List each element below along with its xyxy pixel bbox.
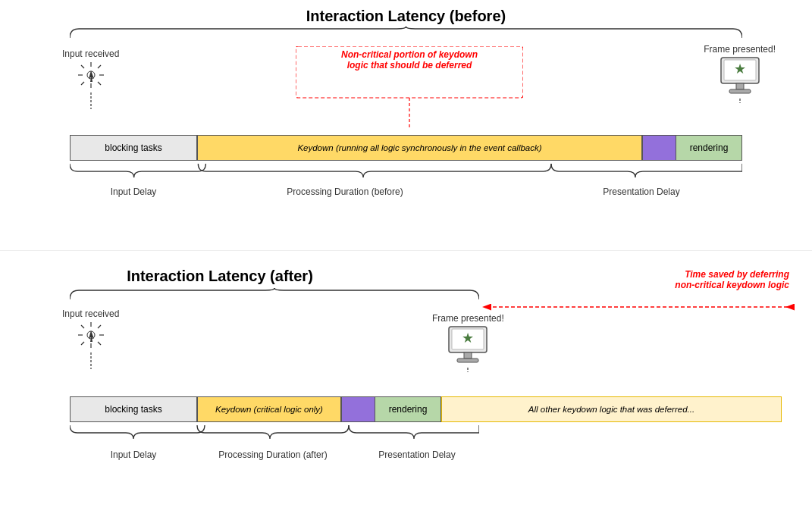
dashed-line-bottom-input xyxy=(90,352,92,369)
input-delay-label-top: Input Delay xyxy=(70,186,197,197)
dashed-line-top-input xyxy=(90,92,92,109)
input-received-bottom: Input received xyxy=(62,308,119,369)
presentation-delay-label-bottom: Presentation Delay xyxy=(349,449,485,460)
red-annotation-line2: logic that should be deferred xyxy=(303,60,516,70)
svg-line-24 xyxy=(81,325,84,328)
presentation-delay-label-top: Presentation Delay xyxy=(546,186,737,197)
red-time-saved: Time saved by deferring non-critical key… xyxy=(675,269,789,290)
timeline-row-bottom: blocking tasks Keydown (critical logic o… xyxy=(70,396,782,422)
cursor-burst-top xyxy=(77,61,105,89)
input-received-bottom-label: Input received xyxy=(62,308,119,319)
svg-line-7 xyxy=(81,82,84,85)
dashed-line-top-frame xyxy=(739,99,741,103)
bar-blocking-bottom: blocking tasks xyxy=(70,396,197,422)
bar-deferred-bottom: All other keydown logic that was deferre… xyxy=(441,396,782,422)
svg-rect-34 xyxy=(464,352,472,359)
monitor-bottom: ★ xyxy=(446,325,490,365)
section-divider xyxy=(0,250,812,251)
svg-line-5 xyxy=(98,82,101,85)
monitor-top: ★ xyxy=(718,56,762,96)
dashed-line-bottom-frame xyxy=(467,368,469,372)
bar-rendering-bottom: rendering xyxy=(341,396,441,422)
brace-labels-svg-bottom xyxy=(70,422,479,468)
brace-labels-svg-top xyxy=(70,161,742,206)
red-time-saved-line2: non-critical keydown logic xyxy=(675,280,789,290)
red-dashed-arrow-bottom xyxy=(479,299,798,315)
processing-duration-label-bottom: Processing Duration (after) xyxy=(197,449,349,460)
cursor-burst-bottom xyxy=(77,321,105,349)
frame-presented-bottom: Frame presented! ★ xyxy=(432,313,504,372)
red-annotation-line1: Non-critical portion of keydown xyxy=(303,49,516,60)
input-delay-label-bottom: Input Delay xyxy=(70,449,197,460)
bar-keydown-top: Keydown (running all logic synchronously… xyxy=(197,135,642,161)
input-received-top: Input received xyxy=(62,49,119,109)
section-bottom: Interaction Latency (after) Time saved b… xyxy=(23,262,789,512)
bar-keydown-bottom: Keydown (critical logic only) xyxy=(197,396,341,422)
svg-rect-35 xyxy=(457,359,478,362)
section-top: Interaction Latency (before) Input recei… xyxy=(23,8,789,243)
frame-presented-top-label: Frame presented! xyxy=(704,44,776,55)
timeline-row-top: blocking tasks Keydown (running all logi… xyxy=(70,135,742,161)
diagram-container: Interaction Latency (before) Input recei… xyxy=(0,0,812,523)
frame-presented-top: Frame presented! ★ xyxy=(704,44,776,103)
bar-rendering-top: rendering xyxy=(642,135,742,161)
svg-line-26 xyxy=(98,325,101,328)
red-time-saved-line1: Time saved by deferring xyxy=(675,269,789,280)
svg-line-27 xyxy=(81,342,84,345)
input-received-top-label: Input received xyxy=(62,49,119,59)
top-title: Interaction Latency (before) xyxy=(23,8,789,25)
svg-text:★: ★ xyxy=(734,61,746,77)
red-annotation-top: Non-critical portion of keydown logic th… xyxy=(303,49,516,70)
svg-line-4 xyxy=(81,65,84,68)
svg-line-6 xyxy=(98,65,101,68)
processing-duration-label-top: Processing Duration (before) xyxy=(197,186,493,197)
svg-text:★: ★ xyxy=(462,330,474,346)
svg-rect-14 xyxy=(736,83,744,89)
bottom-title: Interaction Latency (after) xyxy=(23,268,417,285)
bar-blocking-top: blocking tasks xyxy=(70,135,197,161)
top-brace-full xyxy=(70,26,742,39)
frame-presented-bottom-label: Frame presented! xyxy=(432,313,504,324)
svg-rect-15 xyxy=(729,89,751,93)
bottom-brace-full xyxy=(70,287,479,301)
svg-line-25 xyxy=(98,342,101,345)
